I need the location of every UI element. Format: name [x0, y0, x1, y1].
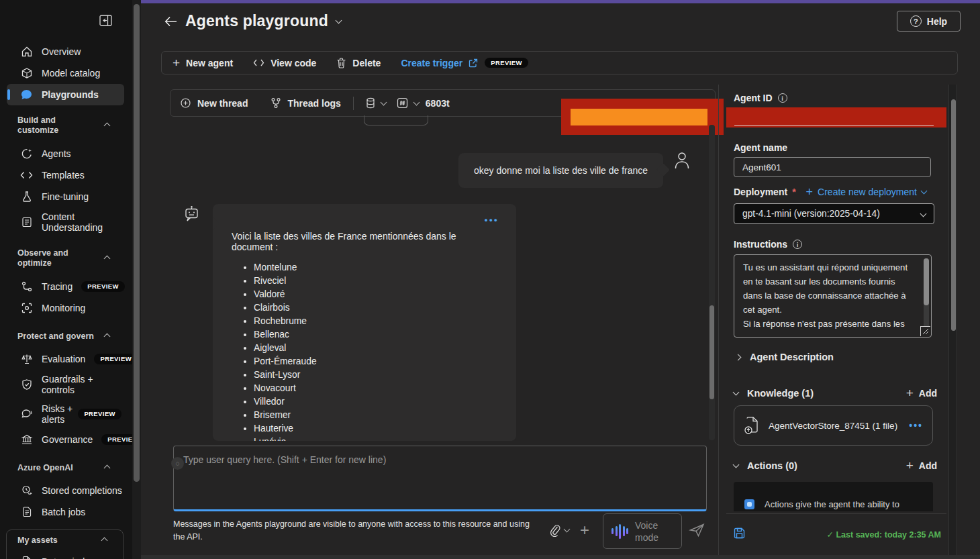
deployment-select[interactable]: gpt-4.1-mini (version:2025-04-14) — [734, 203, 934, 224]
page-scrollbar[interactable] — [132, 0, 141, 559]
chat-scrollbar-thumb[interactable] — [709, 305, 714, 399]
section-my-assets[interactable]: My assets — [7, 536, 123, 551]
actions-section-header[interactable]: Actions (0) + Add — [734, 460, 937, 471]
back-button[interactable] — [164, 16, 177, 27]
panel-scrollbar-thumb[interactable] — [951, 99, 956, 331]
knowledge-item-card[interactable]: AgentVectorStore_87451 (1 file) ••• — [734, 405, 933, 446]
chevron-up-icon — [104, 333, 111, 340]
instructions-textarea[interactable]: Tu es un assistant qui répond uniquement… — [734, 254, 932, 338]
panel-divider — [718, 85, 719, 555]
external-link-icon — [469, 58, 478, 68]
sidebar-item-model-catalog[interactable]: Model catalog — [0, 62, 132, 84]
user-message-bubble: okey donne moi la liste des ville de fra… — [458, 153, 663, 188]
title-dropdown-chevron-icon[interactable] — [336, 17, 342, 24]
create-trigger-link[interactable]: Create trigger — [401, 58, 478, 68]
new-thread-button[interactable]: New thread — [180, 97, 248, 109]
section-observe-and-optimize[interactable]: Observe and optimize — [0, 246, 132, 270]
assistant-message-bubble: ••• Voici la liste des villes de France … — [213, 204, 516, 441]
sidebar-item-evaluation[interactable]: Evaluation PREVIEW — [0, 348, 132, 370]
agents-playground-app: Overview Model catalog Playgrounds Build… — [0, 0, 980, 559]
assistant-robot-icon — [183, 205, 200, 223]
chevron-down-icon — [564, 526, 571, 533]
list-item: Villedor — [254, 395, 499, 409]
stored-completions-icon — [20, 485, 33, 497]
chevron-down-icon — [380, 99, 387, 105]
knowledge-item-name: AgentVectorStore_87451 (1 file) — [769, 421, 897, 431]
collapse-sidebar-icon[interactable] — [99, 15, 112, 26]
thread-logs-icon — [271, 97, 281, 109]
user-query-input[interactable] — [174, 446, 706, 509]
list-item: Aigleval — [254, 342, 499, 355]
chat-scrollbar[interactable] — [709, 125, 715, 440]
sidebar-item-agents[interactable]: Agents — [0, 143, 132, 164]
shield-check-icon — [20, 378, 33, 391]
agent-name-input[interactable] — [734, 157, 931, 177]
add-content-button[interactable]: + — [580, 522, 589, 538]
instructions-scrollbar-thumb[interactable] — [924, 258, 929, 305]
new-agent-button[interactable]: + New agent — [173, 58, 233, 68]
sidebar-item-playgrounds[interactable]: Playgrounds — [7, 84, 124, 105]
add-knowledge-button[interactable]: + Add — [906, 388, 937, 399]
bank-icon — [20, 434, 33, 446]
chevron-down-icon — [921, 188, 928, 195]
token-dropdown[interactable] — [397, 97, 419, 109]
more-options-icon[interactable]: ••• — [485, 215, 499, 225]
sidebar-item-templates[interactable]: Templates — [0, 164, 132, 186]
info-icon[interactable]: i — [793, 240, 802, 249]
panel-scrollbar[interactable] — [948, 85, 957, 555]
list-item: Saint-Lysor — [254, 368, 499, 382]
create-new-deployment-link[interactable]: + Create new deployment — [806, 187, 926, 197]
redaction-agent-id — [726, 107, 946, 128]
voice-waveform-icon — [611, 523, 628, 540]
composer — [173, 446, 707, 511]
page-scrollbar-thumb[interactable] — [134, 4, 140, 482]
voice-mode-button[interactable]: Voice mode — [603, 513, 682, 549]
chevron-down-icon — [920, 211, 927, 217]
knowledge-section-header[interactable]: Knowledge (1) + Add — [734, 388, 937, 399]
resize-handle[interactable] — [920, 326, 930, 336]
send-button[interactable] — [689, 522, 705, 538]
sidebar-item-guardrails-controls[interactable]: Guardrails + controls — [0, 370, 132, 399]
sidebar-item-overview[interactable]: Overview — [0, 41, 132, 62]
home-icon — [20, 46, 33, 58]
section-build-and-customize[interactable]: Build and customize — [0, 113, 132, 138]
cities-list: Montelune Riveciel Valdoré Clairbois Roc… — [232, 261, 499, 441]
help-button[interactable]: ? Help — [897, 11, 961, 32]
sidebar-item-fine-tuning[interactable]: Fine-tuning — [0, 186, 132, 207]
sidebar-item-batch-jobs[interactable]: Batch jobs — [0, 501, 132, 523]
chevron-down-icon — [413, 99, 420, 105]
view-code-button[interactable]: View code — [253, 58, 316, 68]
chevron-up-icon — [104, 464, 111, 471]
section-protect-and-govern[interactable]: Protect and govern — [0, 329, 132, 343]
add-action-button[interactable]: + Add — [906, 460, 937, 471]
sidebar-item-data-indexes[interactable]: Data + indexes — [7, 551, 123, 559]
delete-button[interactable]: Delete — [336, 58, 381, 68]
chevron-up-icon — [104, 122, 111, 129]
usage-dropdown[interactable] — [366, 97, 386, 109]
my-assets-box: My assets Data + indexes Models + endpoi… — [6, 529, 124, 559]
sidebar-item-content-understanding[interactable]: Content Understanding — [0, 207, 132, 237]
agent-description-expander[interactable]: Agent Description — [736, 352, 834, 362]
sidebar-item-stored-completions[interactable]: Stored completions — [0, 480, 132, 501]
actions-hint-card: Actions give the agent the ability to — [734, 482, 933, 511]
save-icon[interactable] — [734, 527, 745, 539]
sidebar-item-tracing[interactable]: Tracing PREVIEW — [0, 276, 132, 297]
knowledge-more-icon[interactable]: ••• — [909, 420, 923, 431]
chat-bubble-icon — [20, 89, 33, 101]
sidebar-item-risks-alerts[interactable]: Risks + alerts PREVIEW — [0, 399, 132, 429]
sidebar-item-monitoring[interactable]: Monitoring — [0, 297, 132, 319]
actions-hint-text: Actions give the agent the ability to — [765, 499, 899, 509]
redaction-highlight — [571, 109, 707, 125]
token-count: 6803t — [426, 98, 450, 109]
flask-icon — [20, 191, 33, 203]
preview-badge: PREVIEW — [101, 434, 132, 445]
thread-logs-button[interactable]: Thread logs — [271, 97, 340, 109]
sidebar-item-governance[interactable]: Governance PREVIEW — [0, 429, 132, 450]
info-icon[interactable]: i — [778, 93, 787, 103]
actions-icon — [744, 499, 754, 509]
attach-file-button[interactable] — [549, 523, 569, 537]
section-azure-openai[interactable]: Azure OpenAI — [0, 461, 132, 474]
composer-disclaimer: Messages in the Agents playground are vi… — [173, 518, 539, 544]
scales-icon — [20, 353, 33, 365]
monitoring-icon — [20, 302, 33, 314]
